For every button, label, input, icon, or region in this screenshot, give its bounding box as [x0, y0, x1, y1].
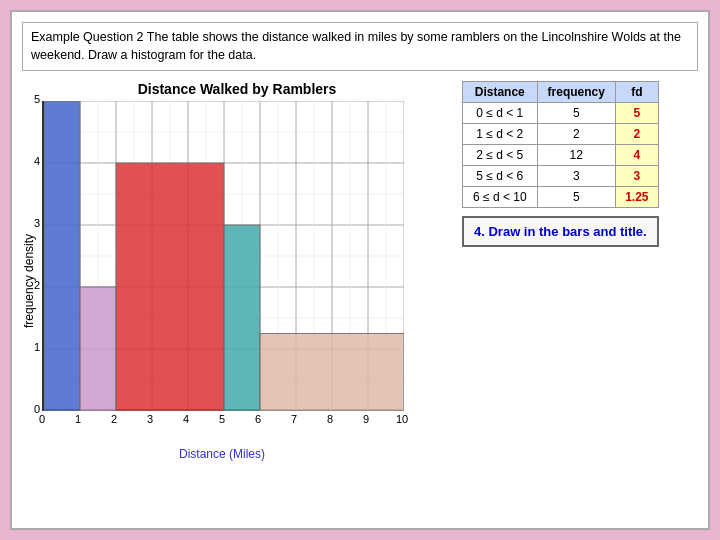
right-panel: Distance frequency fd 0 ≤ d < 1551 ≤ d <…	[462, 81, 659, 461]
col-header-fd: fd	[616, 82, 659, 103]
y-tick: 3	[34, 217, 40, 229]
question-text: Example Question 2 The table shows the d…	[31, 30, 681, 62]
y-tick: 1	[34, 341, 40, 353]
x-tick: 0	[39, 413, 45, 425]
main-container: Example Question 2 The table shows the d…	[10, 10, 710, 530]
col-header-distance: Distance	[463, 82, 538, 103]
svg-rect-35	[224, 225, 260, 411]
grid-canvas: 012345	[42, 101, 402, 411]
content-area: Distance Walked by Ramblers frequency de…	[22, 81, 698, 461]
table-row: 0 ≤ d < 155	[463, 103, 659, 124]
x-tick: 1	[75, 413, 81, 425]
cell-frequency: 2	[537, 124, 616, 145]
cell-distance: 6 ≤ d < 10	[463, 187, 538, 208]
cell-distance: 5 ≤ d < 6	[463, 166, 538, 187]
chart-grid-wrap: 012345 012345678910 Distance (Miles)	[42, 101, 402, 461]
x-tick: 6	[255, 413, 261, 425]
cell-frequency: 12	[537, 145, 616, 166]
y-tick: 2	[34, 279, 40, 291]
cell-fd: 1.25	[616, 187, 659, 208]
table-row: 1 ≤ d < 222	[463, 124, 659, 145]
svg-rect-34	[116, 163, 224, 411]
x-tick: 4	[183, 413, 189, 425]
svg-rect-33	[80, 287, 116, 411]
x-tick: 7	[291, 413, 297, 425]
y-tick: 5	[34, 93, 40, 105]
cell-fd: 4	[616, 145, 659, 166]
table-row: 5 ≤ d < 633	[463, 166, 659, 187]
chart-inner: frequency density 012345 012345678910 Di…	[22, 101, 452, 461]
x-tick: 8	[327, 413, 333, 425]
y-tick: 4	[34, 155, 40, 167]
x-axis-label: Distance (Miles)	[42, 447, 402, 461]
table-row: 2 ≤ d < 5124	[463, 145, 659, 166]
cell-fd: 3	[616, 166, 659, 187]
instruction-box: 4. Draw in the bars and title.	[462, 216, 659, 247]
cell-frequency: 3	[537, 166, 616, 187]
chart-title: Distance Walked by Ramblers	[22, 81, 452, 97]
cell-distance: 2 ≤ d < 5	[463, 145, 538, 166]
y-axis-ticks: 012345	[16, 101, 44, 409]
cell-fd: 5	[616, 103, 659, 124]
question-box: Example Question 2 The table shows the d…	[22, 22, 698, 71]
instruction-number: 4.	[474, 224, 488, 239]
cell-frequency: 5	[537, 187, 616, 208]
instruction-text: Draw in the bars and title.	[488, 224, 646, 239]
col-header-frequency: frequency	[537, 82, 616, 103]
x-ticks: 012345678910	[42, 413, 402, 429]
cell-distance: 0 ≤ d < 1	[463, 103, 538, 124]
chart-container: Distance Walked by Ramblers frequency de…	[22, 81, 452, 461]
x-tick: 5	[219, 413, 225, 425]
x-tick: 9	[363, 413, 369, 425]
x-tick: 10	[396, 413, 408, 425]
svg-rect-36	[260, 334, 404, 412]
table-row: 6 ≤ d < 1051.25	[463, 187, 659, 208]
cell-fd: 2	[616, 124, 659, 145]
data-table: Distance frequency fd 0 ≤ d < 1551 ≤ d <…	[462, 81, 659, 208]
cell-distance: 1 ≤ d < 2	[463, 124, 538, 145]
svg-rect-32	[44, 101, 80, 411]
x-tick: 2	[111, 413, 117, 425]
cell-frequency: 5	[537, 103, 616, 124]
x-tick: 3	[147, 413, 153, 425]
